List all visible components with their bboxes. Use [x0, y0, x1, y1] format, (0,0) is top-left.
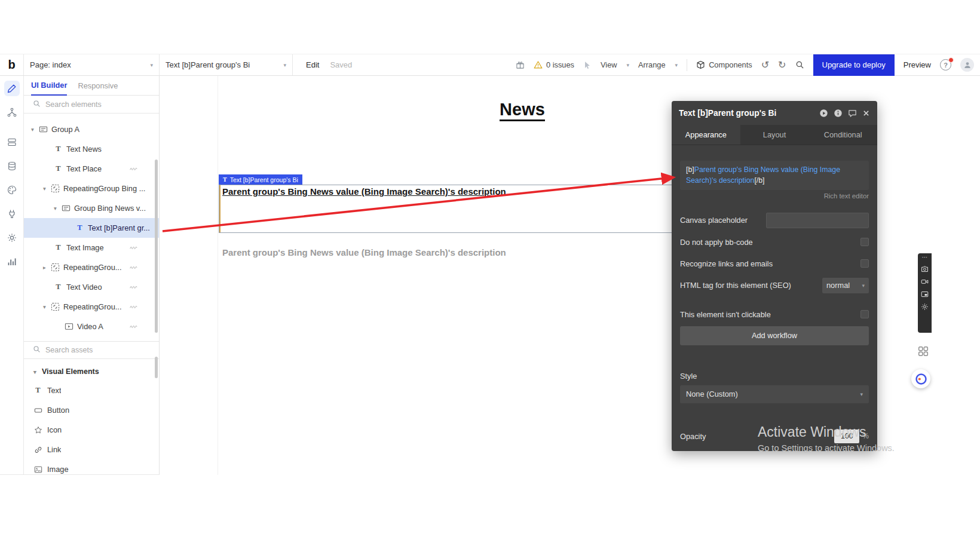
edit-mode-label[interactable]: Edit [306, 60, 319, 69]
html-tag-select[interactable]: normal ▾ [822, 278, 869, 293]
undo-icon[interactable]: ↺ [761, 60, 769, 70]
page-boundary-guide [218, 76, 218, 475]
text-element-icon: T [54, 164, 63, 173]
tree-item-text-place[interactable]: T Text Place [24, 159, 159, 179]
assets-scrollbar[interactable] [155, 357, 158, 378]
chevron-down-icon[interactable]: ▾ [43, 185, 51, 192]
issues-count-label: 0 issues [546, 60, 574, 69]
run-workflow-icon[interactable] [819, 109, 828, 118]
redo-icon[interactable]: ↻ [778, 60, 786, 70]
selected-text-element[interactable]: Parent group's Bing News value (Bing Ima… [219, 185, 691, 233]
rich-text-editor-caption[interactable]: Rich text editor [680, 192, 869, 200]
chevron-down-icon[interactable]: ▾ [31, 126, 39, 133]
text-element-icon: T [54, 243, 63, 252]
tab-responsive[interactable]: Responsive [78, 81, 118, 95]
workflow-tab-icon[interactable] [4, 105, 20, 120]
settings-tab-icon[interactable] [4, 230, 20, 246]
issues-indicator[interactable]: 0 issues [534, 60, 574, 69]
tab-layout[interactable]: Layout [740, 125, 809, 145]
database-tab-icon[interactable] [4, 158, 20, 174]
screenshot-icon[interactable] [921, 265, 929, 273]
data-types-tab-icon[interactable] [4, 134, 20, 150]
logs-tab-icon[interactable] [4, 254, 20, 269]
palette-item-icon[interactable]: Icon [24, 420, 159, 440]
visual-elements-header[interactable]: ▾ Visual Elements [24, 363, 159, 381]
tree-item-repeatinggroup-3[interactable]: ▾ RepeatingGrou... [24, 297, 159, 317]
search-assets-input[interactable] [45, 346, 141, 354]
property-editor-header[interactable]: Text [b]Parent group's Bi [672, 101, 877, 125]
tree-item-group-bing-news[interactable]: ▾ Group Bing News v... [24, 198, 159, 218]
bubble-logo[interactable]: b [0, 54, 24, 75]
close-icon[interactable] [862, 109, 870, 117]
image-icon [33, 465, 42, 474]
upgrade-to-deploy-button[interactable]: Upgrade to deploy [813, 54, 895, 76]
tree-item-video-a[interactable]: Video A [24, 317, 159, 336]
styles-tab-icon[interactable] [4, 182, 20, 198]
chevron-down-icon: ▾ [856, 391, 863, 397]
element-selector[interactable]: Text [b]Parent group's Bi ▾ [160, 54, 293, 75]
selected-element-tag: T Text [b]Parent group's Bi [219, 174, 302, 185]
opacity-input[interactable] [834, 430, 859, 443]
tab-appearance[interactable]: Appearance [672, 125, 740, 145]
property-editor: Text [b]Parent group's Bi Appearance Lay… [672, 101, 877, 451]
chevron-down-icon[interactable]: ▾ [43, 303, 51, 310]
tab-ui-builder[interactable]: UI Builder [31, 81, 67, 96]
opacity-unit: % [862, 432, 869, 440]
palette-item-text[interactable]: T Text [24, 381, 159, 400]
not-clickable-checkbox[interactable] [860, 310, 869, 318]
palette-item-button[interactable]: Button [24, 400, 159, 420]
cursor-tool-icon[interactable] [583, 61, 592, 69]
star-icon [33, 425, 42, 434]
panel-tabs: UI Builder Responsive [24, 76, 159, 96]
page-selector[interactable]: Page: index ▾ [24, 54, 160, 75]
preview-button[interactable]: Preview [904, 60, 931, 69]
bb-code-checkbox[interactable] [860, 238, 869, 246]
recognize-links-row: Recognize links and emails [680, 259, 869, 268]
tree-item-text-video[interactable]: T Text Video [24, 277, 159, 297]
tree-item-text-image[interactable]: T Text Image [24, 238, 159, 257]
search-elements-input[interactable] [45, 100, 141, 109]
help-button[interactable]: ? [940, 59, 951, 70]
drag-handle-icon[interactable]: ⋯ [922, 254, 928, 260]
search-icon[interactable] [795, 60, 804, 69]
screen-record-icon[interactable] [921, 278, 929, 286]
tree-item-text-parent-group-selected[interactable]: T Text [b]Parent gr... [24, 218, 159, 238]
grid-menu-icon[interactable] [918, 346, 929, 357]
search-icon [33, 99, 41, 110]
info-icon[interactable] [834, 109, 843, 118]
html-tag-row: HTML tag for this element (SEO) normal ▾ [680, 278, 869, 293]
divider [687, 59, 687, 71]
chevron-down-icon: ▾ [33, 369, 42, 375]
user-avatar[interactable] [960, 58, 974, 72]
tree-item-text-news[interactable]: T Text News [24, 139, 159, 159]
tree-item-repeatinggroup-2[interactable]: ▸ RepeatingGrou... [24, 257, 159, 277]
tree-item-group-a[interactable]: ▾ Group A [24, 119, 159, 139]
picture-in-picture-icon[interactable] [921, 290, 929, 298]
tree-scrollbar[interactable] [155, 160, 158, 333]
chevron-right-icon[interactable]: ▸ [43, 264, 51, 271]
chevron-down-icon: ▾ [672, 62, 678, 68]
comment-icon[interactable] [848, 109, 857, 118]
chat-widget-button[interactable] [911, 369, 930, 388]
gift-icon[interactable] [516, 60, 525, 69]
rich-text-editor-field[interactable]: [b]Parent group's Bing News value (Bing … [680, 161, 869, 190]
recognize-links-checkbox[interactable] [860, 259, 869, 268]
add-workflow-button[interactable]: Add workflow [680, 326, 869, 345]
view-menu[interactable]: View ▾ [601, 60, 629, 69]
design-tab-icon[interactable] [4, 81, 20, 96]
palette-item-image[interactable]: Image [24, 459, 159, 479]
text-element-icon: T [223, 176, 227, 183]
plugins-tab-icon[interactable] [4, 206, 20, 222]
style-select[interactable]: None (Custom) ▾ [680, 385, 869, 403]
canvas-placeholder-input[interactable] [766, 213, 869, 228]
chat-logo-icon [915, 373, 927, 385]
arrange-menu[interactable]: Arrange ▾ [638, 60, 678, 69]
text-element-placeholder[interactable]: Parent group's Bing News value (Bing Ima… [222, 247, 506, 257]
capture-settings-icon[interactable] [921, 303, 929, 311]
tree-item-repeatinggroup-bing[interactable]: ▾ RepeatingGroup Bing ... [24, 179, 159, 198]
palette-item-link[interactable]: Link [24, 440, 159, 459]
element-selector-label: Text [b]Parent group's Bi [166, 60, 250, 69]
tab-conditional[interactable]: Conditional [808, 125, 877, 145]
chevron-down-icon[interactable]: ▾ [54, 205, 62, 211]
components-button[interactable]: Components [696, 60, 752, 69]
